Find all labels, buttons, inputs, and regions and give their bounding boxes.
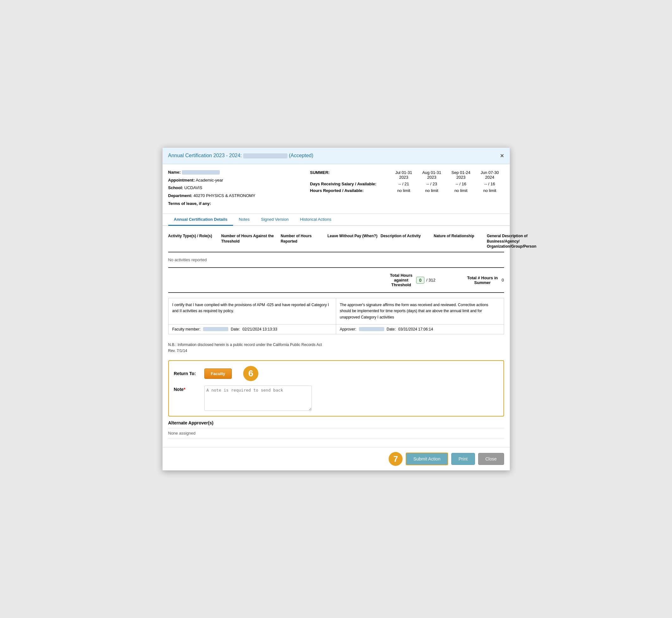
cert-table-header: Activity Type(s) / Role(s) Number of Hou… [168,231,504,252]
modal-title: Annual Certification 2023 - 2024: (Accep… [168,153,313,159]
faculty-label: Faculty member: [173,327,201,331]
title-status: (Accepted) [289,153,313,158]
faculty-signature-cell: Faculty member: Date: 02/21/2024 13:13:3… [169,324,336,334]
approver-name-redacted [359,327,384,331]
summer-col-4: Jun 07-302024 [476,169,504,181]
approver-date-value: 03/31/2024 17:06:14 [398,327,433,331]
return-to-label: Return To: [174,371,199,376]
title-prefix: Annual Certification 2023 - 2024: [168,153,242,158]
days-col-4: -- / 16 [476,181,504,187]
days-label: Days Receiving Salary / Available: [310,182,376,186]
col-general: General Description of Business/Agency/ … [487,233,537,249]
title-redacted [243,153,288,159]
col-description: Description of Activity [381,233,431,249]
tabs-bar: Annual Certification Details Notes Signe… [162,214,510,226]
cert-box-top: I certify that I have complied with the … [169,298,504,324]
summer-col-2: Aug 01-312023 [417,169,446,181]
nb-line1: N.B.: Information disclosed herein is a … [168,342,504,348]
hours-col-4: no limit [476,187,504,194]
col-activity: Activity Type(s) / Role(s) [168,233,219,249]
threshold-value-area: 0 / 312 [416,277,435,284]
return-to-row: Return To: Faculty 6 [174,366,498,381]
step-7-badge: 7 [388,452,403,466]
step-6-badge: 6 [243,366,258,381]
school-value: UCDAVIS [184,185,202,190]
alt-approver-title: Alternate Approver(s) [168,420,504,425]
tab-notes[interactable]: Notes [233,214,255,226]
submit-action-button[interactable]: Submit Action [406,452,448,465]
hours-col-3: no limit [446,187,475,194]
main-content: Activity Type(s) / Role(s) Number of Hou… [162,226,510,447]
footer-row: 7 Submit Action Print Close [162,447,510,470]
tab-historical[interactable]: Historical Actions [295,214,337,226]
cert-box: I certify that I have complied with the … [168,298,504,334]
approver-cert-text: The approver's signature affirms the for… [336,298,504,324]
cert-box-bottom: Faculty member: Date: 02/21/2024 13:13:3… [169,324,504,334]
name-value [182,170,220,175]
school-label: School: [168,185,184,190]
col-hours-reported: Number of Hours Reported [281,233,325,249]
col-lwp: Leave Without Pay (When?) [328,233,378,249]
note-textarea[interactable] [204,386,312,411]
faculty-name-redacted [203,327,228,331]
threshold-label: Total HoursagainstThreshold [390,273,412,287]
department-value: 40270 PHYSICS & ASTRONOMY [194,193,255,198]
appointment-value: Academic-year [196,178,223,183]
note-label: Note* [174,386,199,392]
faculty-date-value: 02/21/2024 13:13:33 [242,327,277,331]
info-right: SUMMER: Jul 01-312023 Aug 01-312023 Sep … [310,169,504,208]
approver-label: Approver: [340,327,356,331]
modal-container: Annual Certification 2023 - 2024: (Accep… [162,147,510,471]
print-button[interactable]: Print [451,453,475,465]
modal-header: Annual Certification 2023 - 2024: (Accep… [162,148,510,164]
summer-hours-value: 0 [501,278,504,283]
summer-col-1: Jul 01-312023 [390,169,417,181]
threshold-max: / 312 [426,278,435,283]
hours-col-2: no limit [417,187,446,194]
close-button[interactable]: Close [478,453,504,465]
threshold-badge: 0 [416,277,424,284]
faculty-cert-text: I certify that I have complied with the … [169,298,336,324]
approver-date-label: Date: [387,327,396,331]
note-required: * [184,387,185,392]
department-label: Department: [168,193,193,198]
action-section: Return To: Faculty 6 Note* [168,360,504,417]
days-col-3: -- / 16 [446,181,475,187]
info-left: Name: Appointment: Academic-year School:… [168,169,298,208]
appointment-label: Appointment: [168,178,195,183]
col-nature: Nature of Relationship [434,233,484,249]
info-section: Name: Appointment: Academic-year School:… [162,164,510,214]
close-icon[interactable]: × [500,152,504,160]
hours-col-1: no limit [390,187,417,194]
note-row: Note* [174,386,498,411]
terms-label: Terms of leave, if any: [168,201,211,206]
nb-section: N.B.: Information disclosed herein is a … [168,339,504,356]
none-assigned-text: None assigned [168,428,504,438]
summer-col-3: Sep 01-242023 [446,169,475,181]
col-hours-threshold: Number of Hours Against the Threshold [221,233,278,249]
summer-table: SUMMER: Jul 01-312023 Aug 01-312023 Sep … [310,169,504,194]
summer-label: SUMMER: [310,170,330,175]
alt-approver-section: Alternate Approver(s) None assigned [168,420,504,438]
days-col-1: -- / 21 [390,181,417,187]
no-activities-row: No activities reported [168,252,504,268]
summer-hours-label: Total # Hours inSummer [467,276,498,285]
approver-signature-cell: Approver: Date: 03/31/2024 17:06:14 [336,324,504,334]
nb-line2: Rev. 7/1/14 [168,348,504,354]
tab-annual-cert[interactable]: Annual Certification Details [168,214,233,226]
days-col-2: -- / 23 [417,181,446,187]
hours-label: Hours Reported / Available: [310,188,364,193]
totals-row: Total HoursagainstThreshold 0 / 312 Tota… [168,268,504,293]
name-label: Name: [168,170,181,175]
faculty-date-label: Date: [231,327,240,331]
no-activities-text: No activities reported [168,258,207,262]
faculty-button[interactable]: Faculty [204,369,232,379]
tab-signed[interactable]: Signed Version [255,214,294,226]
